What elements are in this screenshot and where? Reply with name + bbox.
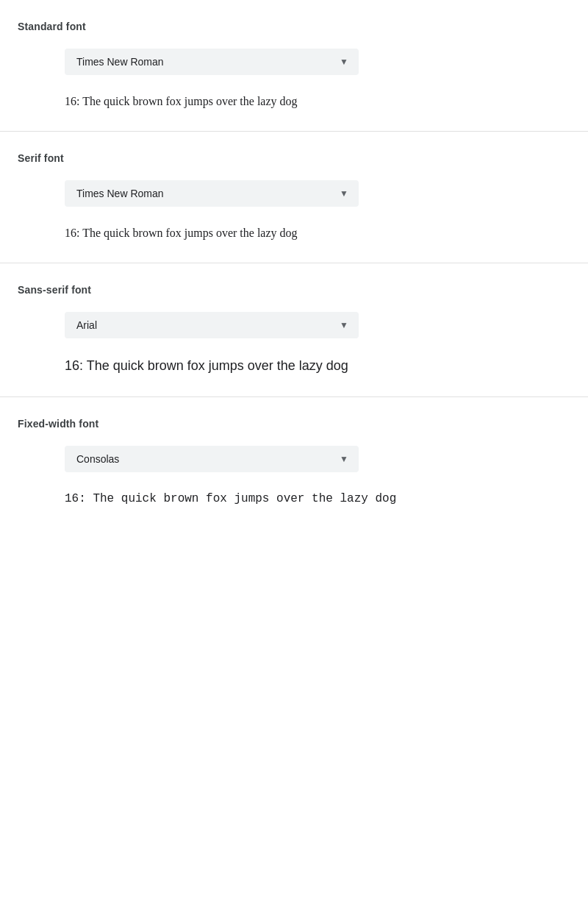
standard-font-section: Standard font Times New Roman Arial Geor… <box>0 0 588 132</box>
serif-font-label: Serif font <box>18 152 570 164</box>
fixed-width-font-select-wrapper: Consolas Courier New Lucida Console Mona… <box>65 446 359 472</box>
sans-serif-font-select-wrapper: Arial Helvetica Verdana Trebuchet MS Tah… <box>65 312 359 338</box>
sans-serif-font-section: Sans-serif font Arial Helvetica Verdana … <box>0 263 588 397</box>
standard-font-select[interactable]: Times New Roman Arial Georgia Verdana Tr… <box>65 49 359 75</box>
sans-serif-font-select[interactable]: Arial Helvetica Verdana Trebuchet MS Tah… <box>65 312 359 338</box>
serif-font-select[interactable]: Times New Roman Georgia Palatino Garamon… <box>65 180 359 207</box>
fixed-width-font-section: Fixed-width font Consolas Courier New Lu… <box>0 397 588 528</box>
serif-font-section: Serif font Times New Roman Georgia Palat… <box>0 132 588 263</box>
font-settings-page: Standard font Times New Roman Arial Geor… <box>0 0 588 528</box>
fixed-width-font-preview: 16: The quick brown fox jumps over the l… <box>65 490 570 508</box>
sans-serif-font-label: Sans-serif font <box>18 284 570 296</box>
standard-font-preview: 16: The quick brown fox jumps over the l… <box>65 93 570 110</box>
serif-font-preview: 16: The quick brown fox jumps over the l… <box>65 224 570 242</box>
serif-font-select-wrapper: Times New Roman Georgia Palatino Garamon… <box>65 180 359 207</box>
standard-font-select-wrapper: Times New Roman Arial Georgia Verdana Tr… <box>65 49 359 75</box>
fixed-width-font-label: Fixed-width font <box>18 418 570 430</box>
sans-serif-font-preview: 16: The quick brown fox jumps over the l… <box>65 356 570 376</box>
fixed-width-font-select[interactable]: Consolas Courier New Lucida Console Mona… <box>65 446 359 472</box>
standard-font-label: Standard font <box>18 21 570 32</box>
